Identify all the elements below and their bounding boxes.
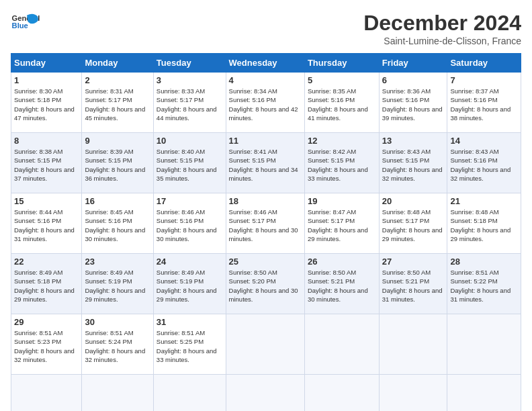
calendar-cell: 4Sunrise: 8:34 AMSunset: 5:16 PMDaylight… bbox=[226, 73, 304, 133]
calendar-cell bbox=[304, 314, 379, 375]
header-wednesday: Wednesday bbox=[226, 54, 304, 73]
calendar-cell: 17Sunrise: 8:46 AMSunset: 5:16 PMDayligh… bbox=[153, 193, 226, 254]
calendar-cell: 16Sunrise: 8:45 AMSunset: 5:16 PMDayligh… bbox=[82, 193, 153, 254]
calendar-row bbox=[11, 375, 521, 412]
calendar-table: Sunday Monday Tuesday Wednesday Thursday… bbox=[11, 53, 521, 411]
page-header: General Blue December 2024 Saint-Lumine-… bbox=[11, 11, 521, 46]
calendar-cell: 2Sunrise: 8:31 AMSunset: 5:17 PMDaylight… bbox=[82, 73, 153, 133]
calendar-cell: 7Sunrise: 8:37 AMSunset: 5:16 PMDaylight… bbox=[447, 73, 521, 133]
calendar-cell: 10Sunrise: 8:40 AMSunset: 5:15 PMDayligh… bbox=[153, 133, 226, 193]
calendar-cell: 13Sunrise: 8:43 AMSunset: 5:15 PMDayligh… bbox=[379, 133, 447, 193]
calendar-cell: 23Sunrise: 8:49 AMSunset: 5:19 PMDayligh… bbox=[82, 254, 153, 314]
calendar-row: 22Sunrise: 8:49 AMSunset: 5:18 PMDayligh… bbox=[11, 254, 521, 314]
logo-icon: General Blue bbox=[11, 11, 43, 35]
calendar-cell: 3Sunrise: 8:33 AMSunset: 5:17 PMDaylight… bbox=[153, 73, 226, 133]
calendar-cell bbox=[226, 375, 304, 412]
calendar-cell: 14Sunrise: 8:43 AMSunset: 5:16 PMDayligh… bbox=[447, 133, 521, 193]
calendar-row: 15Sunrise: 8:44 AMSunset: 5:16 PMDayligh… bbox=[11, 193, 521, 254]
calendar-cell: 8Sunrise: 8:38 AMSunset: 5:15 PMDaylight… bbox=[11, 133, 82, 193]
title-block: December 2024 Saint-Lumine-de-Clisson, F… bbox=[363, 11, 521, 46]
header-tuesday: Tuesday bbox=[153, 54, 226, 73]
header-saturday: Saturday bbox=[447, 54, 521, 73]
calendar-cell: 5Sunrise: 8:35 AMSunset: 5:16 PMDaylight… bbox=[304, 73, 379, 133]
calendar-cell bbox=[379, 375, 447, 412]
calendar-row: 29Sunrise: 8:51 AMSunset: 5:23 PMDayligh… bbox=[11, 314, 521, 375]
header-thursday: Thursday bbox=[304, 54, 379, 73]
calendar-cell: 31Sunrise: 8:51 AMSunset: 5:25 PMDayligh… bbox=[153, 314, 226, 375]
calendar-cell: 27Sunrise: 8:50 AMSunset: 5:21 PMDayligh… bbox=[379, 254, 447, 314]
calendar-cell bbox=[447, 314, 521, 375]
calendar-cell: 26Sunrise: 8:50 AMSunset: 5:21 PMDayligh… bbox=[304, 254, 379, 314]
page-title: December 2024 bbox=[363, 11, 521, 36]
calendar-cell: 20Sunrise: 8:48 AMSunset: 5:17 PMDayligh… bbox=[379, 193, 447, 254]
header-friday: Friday bbox=[379, 54, 447, 73]
calendar-cell: 1Sunrise: 8:30 AMSunset: 5:18 PMDaylight… bbox=[11, 73, 82, 133]
calendar-row: 1Sunrise: 8:30 AMSunset: 5:18 PMDaylight… bbox=[11, 73, 521, 133]
header-monday: Monday bbox=[82, 54, 153, 73]
calendar-cell bbox=[447, 375, 521, 412]
calendar-cell bbox=[11, 375, 82, 412]
calendar-cell bbox=[153, 375, 226, 412]
header-sunday: Sunday bbox=[11, 54, 82, 73]
calendar-cell: 24Sunrise: 8:49 AMSunset: 5:19 PMDayligh… bbox=[153, 254, 226, 314]
calendar-cell: 15Sunrise: 8:44 AMSunset: 5:16 PMDayligh… bbox=[11, 193, 82, 254]
calendar-cell bbox=[82, 375, 153, 412]
calendar-cell: 9Sunrise: 8:39 AMSunset: 5:15 PMDaylight… bbox=[82, 133, 153, 193]
calendar-cell: 30Sunrise: 8:51 AMSunset: 5:24 PMDayligh… bbox=[82, 314, 153, 375]
calendar-row: 8Sunrise: 8:38 AMSunset: 5:15 PMDaylight… bbox=[11, 133, 521, 193]
calendar-cell: 11Sunrise: 8:41 AMSunset: 5:15 PMDayligh… bbox=[226, 133, 304, 193]
calendar-cell bbox=[226, 314, 304, 375]
calendar-cell: 19Sunrise: 8:47 AMSunset: 5:17 PMDayligh… bbox=[304, 193, 379, 254]
page-subtitle: Saint-Lumine-de-Clisson, France bbox=[363, 36, 521, 46]
calendar-cell: 28Sunrise: 8:51 AMSunset: 5:22 PMDayligh… bbox=[447, 254, 521, 314]
calendar-cell bbox=[304, 375, 379, 412]
calendar-cell: 12Sunrise: 8:42 AMSunset: 5:15 PMDayligh… bbox=[304, 133, 379, 193]
calendar-header-row: Sunday Monday Tuesday Wednesday Thursday… bbox=[11, 54, 521, 73]
calendar-cell: 29Sunrise: 8:51 AMSunset: 5:23 PMDayligh… bbox=[11, 314, 82, 375]
calendar-cell: 6Sunrise: 8:36 AMSunset: 5:16 PMDaylight… bbox=[379, 73, 447, 133]
svg-text:Blue: Blue bbox=[12, 21, 28, 30]
calendar-cell: 18Sunrise: 8:46 AMSunset: 5:17 PMDayligh… bbox=[226, 193, 304, 254]
calendar-cell: 22Sunrise: 8:49 AMSunset: 5:18 PMDayligh… bbox=[11, 254, 82, 314]
calendar-cell: 25Sunrise: 8:50 AMSunset: 5:20 PMDayligh… bbox=[226, 254, 304, 314]
logo: General Blue bbox=[11, 11, 43, 35]
calendar-cell: 21Sunrise: 8:48 AMSunset: 5:18 PMDayligh… bbox=[447, 193, 521, 254]
calendar-cell bbox=[379, 314, 447, 375]
